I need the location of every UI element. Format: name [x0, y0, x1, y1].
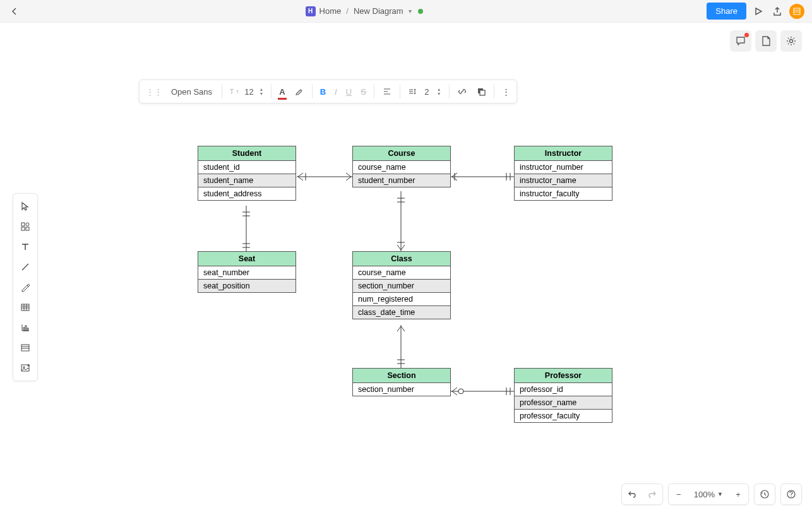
svg-rect-0	[794, 8, 800, 15]
select-tool[interactable]	[16, 198, 35, 215]
text-tool[interactable]	[16, 238, 35, 256]
entity-row[interactable]: num_registered	[353, 293, 450, 306]
breadcrumb: H Home / New Diagram ▾	[21, 6, 707, 16]
entity-row[interactable]: course_name	[353, 161, 450, 174]
highlight-button[interactable]	[290, 82, 308, 101]
entity-row[interactable]: student_address	[198, 187, 296, 200]
entity-row[interactable]: seat_position	[198, 280, 296, 292]
entity-professor[interactable]: Professor professor_id professor_name pr…	[514, 368, 612, 423]
entity-title: Professor	[515, 369, 612, 383]
entity-title: Instructor	[515, 146, 612, 161]
share-button[interactable]: Share	[707, 3, 746, 20]
svg-point-39	[791, 496, 791, 497]
svg-point-21	[23, 367, 25, 368]
line-tool[interactable]	[16, 258, 35, 276]
entity-seat[interactable]: Seat seat_number seat_position	[198, 251, 296, 293]
chevron-down-icon[interactable]: ▾	[409, 8, 412, 15]
shapes-tool[interactable]	[16, 218, 35, 235]
back-button[interactable]	[8, 4, 21, 18]
svg-rect-16	[27, 328, 28, 331]
bottom-controls: − 100%▼ +	[621, 483, 802, 505]
canvas-top-controls	[730, 30, 802, 52]
svg-rect-4	[21, 223, 25, 226]
entity-instructor[interactable]: Instructor instructor_number instructor_…	[514, 146, 612, 201]
canvas[interactable]: ⋮⋮ Open Sans TT 12 ▲▼ A B I U S 2 ▲▼ ⋮	[0, 23, 812, 515]
history-button[interactable]	[755, 484, 775, 504]
image-tool[interactable]	[16, 359, 35, 377]
layer-button[interactable]	[472, 82, 490, 101]
document-name[interactable]: New Diagram	[354, 6, 403, 16]
font-size-input[interactable]: TT 12 ▲▼	[226, 82, 267, 101]
notification-dot	[744, 33, 749, 37]
chart-tool[interactable]	[16, 319, 35, 336]
entity-row[interactable]: instructor_number	[515, 161, 612, 174]
entity-section[interactable]: Section section_number	[352, 368, 451, 396]
help-button[interactable]	[781, 484, 801, 504]
app-logo: H	[306, 6, 316, 16]
more-options-button[interactable]: ⋮	[498, 82, 514, 101]
left-toolbar	[13, 193, 38, 381]
app-header: H Home / New Diagram ▾ Share	[0, 0, 812, 23]
entity-row[interactable]: instructor_faculty	[515, 187, 612, 200]
align-button[interactable]	[378, 82, 396, 101]
sync-status-icon	[418, 9, 423, 14]
redo-button[interactable]	[642, 484, 662, 504]
svg-rect-6	[21, 227, 25, 230]
present-button[interactable]	[751, 4, 765, 18]
svg-rect-15	[25, 326, 27, 331]
svg-rect-7	[26, 227, 29, 230]
bold-button[interactable]: B	[316, 82, 330, 101]
underline-button[interactable]: U	[342, 82, 355, 101]
entity-row[interactable]: professor_name	[515, 396, 612, 410]
font-family-selector[interactable]: Open Sans	[167, 82, 218, 101]
strikethrough-button[interactable]: S	[357, 82, 370, 101]
entity-row[interactable]: section_number	[353, 383, 450, 396]
svg-rect-17	[21, 345, 29, 351]
entity-title: Class	[353, 252, 450, 266]
drag-handle-icon[interactable]: ⋮⋮	[142, 87, 166, 97]
zoom-level[interactable]: 100%▼	[689, 484, 728, 504]
line-spacing-input[interactable]: 2 ▲▼	[404, 82, 445, 101]
entity-row[interactable]: class_date_time	[353, 306, 450, 319]
entity-row[interactable]: course_name	[353, 266, 450, 280]
entity-title: Course	[353, 146, 450, 161]
zoom-in-button[interactable]: +	[728, 484, 748, 504]
entity-student[interactable]: Student student_id student_name student_…	[198, 146, 296, 201]
frame-tool[interactable]	[16, 339, 35, 357]
entity-row[interactable]: professor_faculty	[515, 410, 612, 422]
zoom-out-button[interactable]: −	[669, 484, 689, 504]
link-button[interactable]	[453, 82, 471, 101]
entity-row[interactable]: student_name	[198, 174, 296, 187]
entity-row[interactable]: student_number	[353, 174, 450, 187]
entity-class[interactable]: Class course_name section_number num_reg…	[352, 251, 451, 319]
settings-button[interactable]	[780, 30, 802, 52]
svg-rect-14	[23, 328, 25, 331]
format-toolbar: ⋮⋮ Open Sans TT 12 ▲▼ A B I U S 2 ▲▼ ⋮	[139, 80, 517, 104]
undo-button[interactable]	[622, 484, 642, 504]
export-button[interactable]	[770, 4, 784, 18]
svg-point-36	[458, 389, 463, 394]
entity-row[interactable]: instructor_name	[515, 174, 612, 187]
svg-point-5	[26, 223, 29, 226]
entity-title: Section	[353, 369, 450, 383]
svg-line-8	[22, 264, 28, 270]
svg-point-3	[790, 40, 793, 43]
breadcrumb-separator: /	[346, 6, 349, 16]
pen-tool[interactable]	[16, 278, 35, 296]
entity-row[interactable]: professor_id	[515, 383, 612, 396]
notes-button[interactable]	[755, 30, 777, 52]
entity-title: Student	[198, 146, 296, 161]
table-tool[interactable]	[16, 299, 35, 316]
font-color-button[interactable]: A	[275, 82, 289, 101]
entity-row[interactable]: seat_number	[198, 266, 296, 280]
breadcrumb-home[interactable]: Home	[319, 6, 342, 16]
entity-course[interactable]: Course course_name student_number	[352, 146, 451, 187]
italic-button[interactable]: I	[331, 82, 341, 101]
entity-row[interactable]: student_id	[198, 161, 296, 174]
entity-title: Seat	[198, 252, 296, 266]
comments-button[interactable]	[730, 30, 751, 52]
entity-row[interactable]: section_number	[353, 280, 450, 293]
user-avatar[interactable]	[789, 4, 804, 19]
svg-rect-9	[21, 304, 29, 311]
svg-rect-29	[480, 90, 485, 95]
